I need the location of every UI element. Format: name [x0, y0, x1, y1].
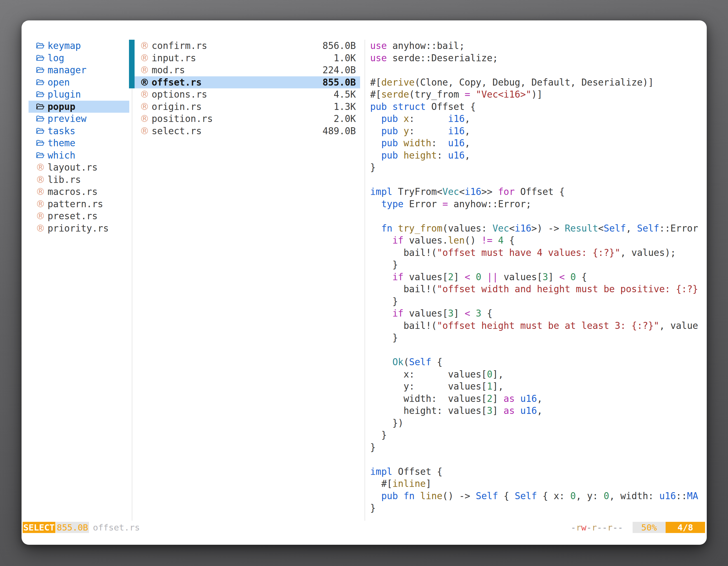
item-label: plugin	[48, 88, 129, 101]
code-line: impl Offset {	[370, 466, 705, 478]
file-name: offset.rs	[152, 76, 320, 89]
item-icon-box: ®	[140, 53, 150, 63]
rust-file-icon: ®	[36, 187, 45, 197]
item-label: manager	[48, 64, 129, 76]
folder-open-icon	[36, 66, 44, 74]
item-icon-box: ®	[36, 151, 46, 160]
file-row[interactable]: ® mod.rs 224.0B	[135, 64, 360, 76]
sidebar-item[interactable]: ® which	[29, 149, 129, 162]
sidebar-item[interactable]: ® macros.rs	[29, 186, 129, 198]
file-row[interactable]: ® origin.rs 1.3K	[135, 101, 360, 113]
file-size: 1.3K	[334, 101, 356, 113]
item-icon-box: ®	[140, 114, 150, 124]
folder-open-icon	[36, 151, 44, 160]
folder-open-icon	[36, 102, 44, 111]
folder-open-icon	[36, 78, 44, 87]
sidebar-item[interactable]: ® popup	[29, 101, 129, 113]
item-icon-box: ®	[36, 90, 46, 99]
item-icon-box: ®	[36, 114, 46, 123]
folder-open-icon	[36, 114, 44, 123]
item-label: which	[48, 149, 129, 162]
code-line	[370, 174, 705, 186]
pane-separator-left	[132, 40, 132, 521]
code-line: pub y: i16,	[370, 125, 705, 137]
scrollbar-thumb[interactable]	[129, 40, 135, 88]
code-line: })	[370, 417, 705, 429]
code-line: #[serde(try_from = "Vec<i16>")]	[370, 88, 705, 101]
rust-file-icon: ®	[140, 65, 149, 75]
code-line: }	[370, 441, 705, 454]
sidebar-item[interactable]: ® log	[29, 52, 129, 64]
item-icon-box: ®	[36, 66, 46, 74]
file-row[interactable]: ® options.rs 4.5K	[135, 88, 360, 101]
sidebar-item[interactable]: ® pattern.rs	[29, 198, 129, 210]
sidebar-item[interactable]: ® layout.rs	[29, 161, 129, 174]
pane-separator-right	[365, 40, 365, 521]
sidebar-item[interactable]: ® manager	[29, 64, 129, 76]
item-icon-box: ®	[36, 224, 46, 233]
sidebar-item[interactable]: ® open	[29, 76, 129, 89]
sidebar-item[interactable]: ® plugin	[29, 88, 129, 101]
code-line: if values.len() != 4 {	[370, 234, 705, 247]
folder-open-icon	[36, 41, 44, 50]
sidebar-item[interactable]: ® priority.rs	[29, 222, 129, 235]
file-size-badge: 855.0B	[56, 522, 89, 533]
code-line	[370, 344, 705, 356]
code-line: type Error = anyhow::Error;	[370, 198, 705, 210]
item-icon-box: ®	[36, 175, 46, 185]
sidebar-item[interactable]: ® theme	[29, 137, 129, 149]
item-icon-box: ®	[36, 139, 46, 147]
item-label: pattern.rs	[48, 198, 129, 210]
code-line: }	[370, 502, 705, 514]
code-line: #[derive(Clone, Copy, Debug, Default, De…	[370, 76, 705, 89]
file-size: 856.0B	[323, 40, 356, 52]
code-line: }	[370, 429, 705, 441]
sidebar-item[interactable]: ® preview	[29, 113, 129, 125]
file-name: position.rs	[152, 113, 331, 125]
rust-file-icon: ®	[140, 102, 149, 112]
file-name: mod.rs	[152, 64, 320, 76]
item-icon-box: ®	[36, 78, 46, 87]
file-row[interactable]: ® confirm.rs 856.0B	[135, 40, 360, 52]
status-left-group: SELECT 855.0B offset.rs	[23, 522, 140, 533]
code-line: pub x: i16,	[370, 113, 705, 125]
file-size: 855.0B	[323, 76, 356, 89]
code-line: x: values[0],	[370, 368, 705, 380]
file-row[interactable]: ® offset.rs 855.0B	[135, 76, 360, 89]
file-name: origin.rs	[152, 101, 331, 113]
code-line: }	[370, 332, 705, 344]
item-icon-box: ®	[140, 65, 150, 75]
code-line: impl TryFrom<Vec<i16>> for Offset {	[370, 186, 705, 198]
code-line: pub width: u16,	[370, 137, 705, 149]
code-line	[370, 210, 705, 222]
item-label: open	[48, 76, 129, 89]
item-icon-box: ®	[36, 127, 46, 135]
item-icon-box: ®	[36, 54, 46, 62]
code-line	[370, 453, 705, 466]
file-row[interactable]: ® position.rs 2.0K	[135, 113, 360, 125]
sidebar-item[interactable]: ® tasks	[29, 125, 129, 137]
code-line: }	[370, 295, 705, 307]
item-icon-box: ®	[36, 187, 46, 197]
sidebar-item[interactable]: ® lib.rs	[29, 174, 129, 186]
item-icon-box: ®	[140, 41, 150, 51]
code-line: if values[3] < 3 {	[370, 307, 705, 319]
code-line: bail!("offset width and height must be p…	[370, 283, 705, 295]
item-label: layout.rs	[48, 161, 129, 174]
code-line: }	[370, 259, 705, 271]
sidebar-item[interactable]: ® keymap	[29, 40, 129, 52]
code-line: bail!("offset must have 4 values: {:?}",…	[370, 247, 705, 259]
rust-file-icon: ®	[36, 199, 45, 209]
code-line: pub struct Offset {	[370, 101, 705, 113]
rust-file-icon: ®	[36, 163, 45, 172]
file-name: options.rs	[152, 88, 331, 101]
file-row[interactable]: ® input.rs 1.0K	[135, 52, 360, 64]
file-row[interactable]: ® select.rs 489.0B	[135, 125, 360, 137]
item-icon-box: ®	[36, 41, 46, 50]
status-filename: offset.rs	[93, 522, 140, 533]
parent-directory-pane: ® keymap ® log ®	[29, 40, 129, 234]
sidebar-item[interactable]: ® preset.rs	[29, 210, 129, 222]
item-icon-box: ®	[140, 78, 150, 87]
item-label: theme	[48, 137, 129, 149]
item-label: popup	[48, 101, 129, 113]
